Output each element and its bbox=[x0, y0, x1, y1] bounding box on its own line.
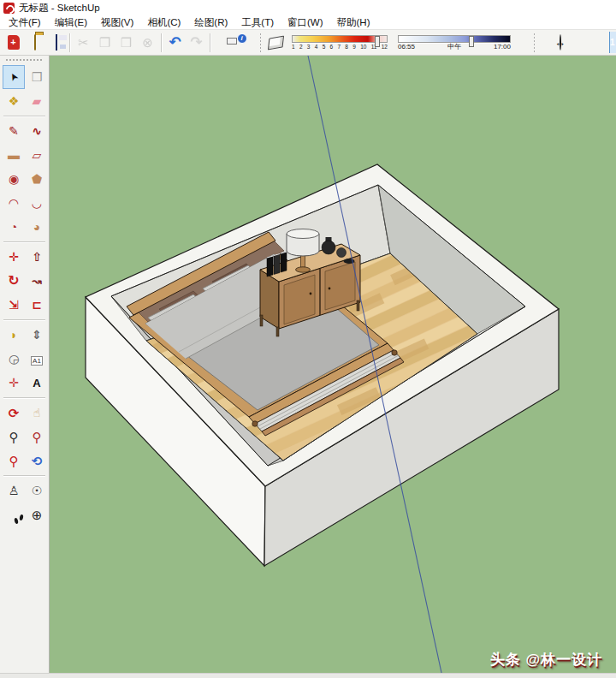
shadow-time-track[interactable] bbox=[398, 35, 511, 43]
tool-axes[interactable]: ✛ bbox=[3, 371, 25, 395]
tool-two-point-arc[interactable]: ◡ bbox=[26, 191, 48, 215]
tool-offset[interactable]: ⊏ bbox=[26, 293, 48, 317]
tool-sector[interactable]: ◕ bbox=[26, 215, 48, 239]
clipped-toolbar-button[interactable]: 1 bbox=[609, 32, 616, 53]
push-pull-icon: ⇧ bbox=[32, 251, 42, 263]
save-button[interactable] bbox=[45, 32, 67, 53]
tool-eraser[interactable]: ▰ bbox=[26, 89, 48, 113]
shadow-month-ticks: 123456789101112 bbox=[292, 44, 388, 51]
toolbar-separator bbox=[533, 33, 536, 53]
camera-look-axis-button[interactable] bbox=[549, 32, 571, 53]
menu-bar: 文件(F)编辑(E)视图(V)相机(C)绘图(R)工具(T)窗口(W)帮助(H) bbox=[0, 15, 616, 29]
eraser-icon: ▰ bbox=[33, 95, 42, 107]
tool-scale[interactable]: ⇲ bbox=[3, 293, 25, 317]
shadow-time-handle[interactable] bbox=[469, 36, 474, 47]
tool-protractor[interactable]: ◶ bbox=[3, 347, 25, 371]
rotate-icon: ↻ bbox=[8, 274, 19, 288]
follow-me-icon: ↝ bbox=[32, 275, 42, 287]
tool-freehand[interactable]: ∿ bbox=[26, 119, 48, 143]
tool-rectangle[interactable]: ▬ bbox=[3, 143, 25, 167]
menu-视图(V)[interactable]: 视图(V) bbox=[94, 16, 140, 29]
toolbar-separator bbox=[69, 33, 70, 52]
tool-walk[interactable] bbox=[3, 503, 25, 526]
cut-button[interactable]: ✂ bbox=[73, 32, 94, 53]
palette-separator bbox=[3, 241, 45, 242]
menu-帮助(H)[interactable]: 帮助(H) bbox=[330, 16, 377, 29]
tape-measure-icon: ◗ bbox=[10, 329, 17, 341]
month-tick-8: 8 bbox=[345, 44, 348, 51]
print-button[interactable] bbox=[213, 32, 234, 53]
month-tick-9: 9 bbox=[352, 44, 356, 51]
scale-icon: ⇲ bbox=[9, 299, 19, 311]
tool-pan[interactable]: ☝ bbox=[26, 401, 48, 425]
palette-separator bbox=[3, 319, 45, 320]
tool-follow-me[interactable]: ↝ bbox=[26, 269, 48, 293]
tool-line[interactable]: ✎ bbox=[3, 119, 25, 143]
menu-窗口(W)[interactable]: 窗口(W) bbox=[281, 16, 330, 29]
tool-move[interactable]: ✛ bbox=[3, 245, 25, 269]
new-file-button[interactable]: + bbox=[3, 32, 24, 53]
axes-icon: ✛ bbox=[9, 377, 19, 389]
open-folder-button[interactable] bbox=[24, 32, 45, 53]
shadow-month-track[interactable] bbox=[292, 35, 388, 43]
shadow-toggle-icon bbox=[268, 35, 284, 50]
tool-pie[interactable]: ◔ bbox=[3, 215, 25, 239]
sector-icon: ◕ bbox=[33, 221, 40, 233]
menu-工具(T)[interactable]: 工具(T) bbox=[234, 16, 281, 29]
menu-文件(F)[interactable]: 文件(F) bbox=[2, 16, 48, 29]
tool-rotated-rectangle[interactable]: ▱ bbox=[26, 143, 48, 167]
tool-position-camera[interactable]: ♙ bbox=[3, 479, 25, 503]
tool-look-around[interactable]: ☉ bbox=[26, 479, 48, 503]
tool-dimension[interactable]: ⇕ bbox=[26, 323, 48, 347]
pie-icon: ◔ bbox=[10, 221, 17, 233]
main-toolbar: +✂❐❒⊗↶↷ 123456789101112 06:55 中午 17:00 1 bbox=[0, 29, 616, 56]
menu-编辑(E)[interactable]: 编辑(E) bbox=[48, 16, 94, 29]
month-tick-6: 6 bbox=[330, 44, 334, 51]
tool-polygon[interactable]: ⬟ bbox=[26, 167, 48, 191]
menu-相机(C)[interactable]: 相机(C) bbox=[140, 16, 187, 29]
shadow-month-handle[interactable] bbox=[375, 36, 380, 47]
make-component-icon: ❒ bbox=[32, 71, 43, 83]
tool-zoom[interactable]: ⚲ bbox=[3, 425, 25, 449]
menu-绘图(R)[interactable]: 绘图(R) bbox=[187, 16, 234, 29]
undo-button[interactable]: ↶ bbox=[164, 32, 186, 53]
shadow-time-slider[interactable]: 06:55 中午 17:00 bbox=[398, 35, 511, 51]
tool-camera-crosshair[interactable]: ⊕ bbox=[26, 503, 48, 526]
copy-button[interactable]: ❐ bbox=[94, 32, 116, 53]
shadow-toggle-button[interactable] bbox=[265, 32, 287, 53]
tool-zoom-extents[interactable]: ⚲ bbox=[3, 449, 25, 473]
title-bar: 无标题 - SketchUp bbox=[0, 0, 616, 15]
model-scene[interactable] bbox=[50, 56, 616, 678]
tool-previous-view[interactable]: ⟲ bbox=[26, 449, 48, 473]
time-noon-label: 中午 bbox=[447, 44, 461, 51]
paste-button[interactable]: ❒ bbox=[116, 32, 137, 53]
month-tick-12: 12 bbox=[382, 44, 388, 51]
pan-icon: ☝ bbox=[33, 407, 41, 419]
tool-3d-text[interactable]: A bbox=[26, 371, 48, 395]
tool-paint-bucket[interactable]: ❖ bbox=[3, 89, 25, 113]
tool-text[interactable]: A1 bbox=[26, 347, 48, 371]
toolbar-separator bbox=[161, 33, 162, 52]
component-3d-button[interactable] bbox=[571, 32, 592, 53]
erase-button[interactable]: ⊗ bbox=[137, 32, 158, 53]
window-title: 无标题 - SketchUp bbox=[19, 2, 100, 15]
tool-circle[interactable]: ◉ bbox=[3, 167, 25, 191]
model-viewport[interactable]: 头条 @林一设计 bbox=[50, 56, 616, 678]
zoom-icon: ⚲ bbox=[9, 431, 19, 443]
redo-button[interactable]: ↷ bbox=[186, 32, 207, 53]
tool-orbit[interactable]: ⟳ bbox=[3, 401, 25, 425]
tool-push-pull[interactable]: ⇧ bbox=[26, 245, 48, 269]
zoom-extents-icon: ⚲ bbox=[9, 455, 19, 467]
model-info-button[interactable] bbox=[234, 32, 256, 53]
tool-rotate[interactable]: ↻ bbox=[3, 269, 25, 293]
tool-make-component[interactable]: ❒ bbox=[26, 65, 48, 89]
tool-tape-measure[interactable]: ◗ bbox=[3, 323, 25, 347]
tool-select[interactable]: ➤ bbox=[3, 65, 25, 89]
tool-arc[interactable]: ◠ bbox=[3, 191, 25, 215]
freehand-icon: ∿ bbox=[32, 125, 42, 137]
tool-zoom-window[interactable]: ⚲ bbox=[26, 425, 48, 449]
toolbar-grip[interactable] bbox=[5, 58, 44, 62]
dimension-icon: ⇕ bbox=[32, 329, 42, 341]
shadow-month-slider[interactable]: 123456789101112 bbox=[292, 35, 388, 51]
protractor-icon: ◶ bbox=[9, 353, 19, 365]
